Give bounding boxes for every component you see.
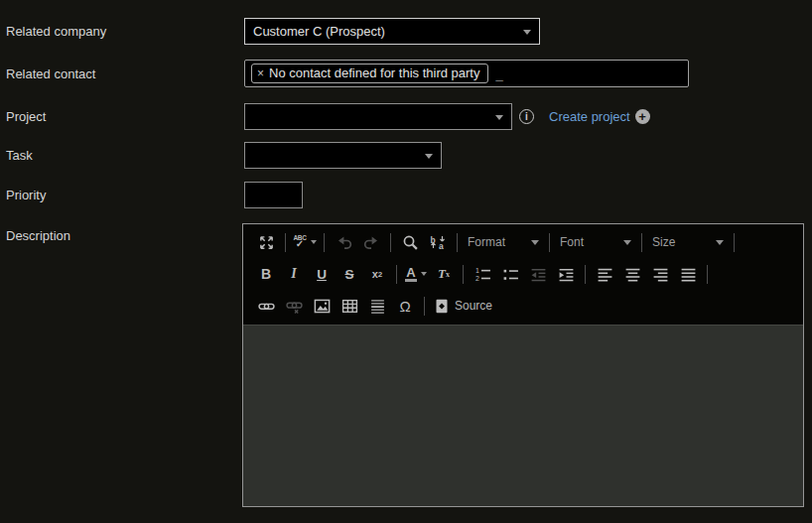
justify-icon[interactable] (675, 262, 701, 286)
toolbar-separator (390, 233, 391, 252)
related-company-value: Customer C (Prospect) (253, 24, 517, 39)
format-dropdown-label: Format (468, 235, 505, 249)
strikethrough-icon[interactable]: S (337, 262, 362, 286)
task-select[interactable] (244, 142, 442, 169)
remove-token-icon[interactable]: × (257, 67, 264, 79)
toolbar-separator (641, 233, 642, 252)
editor-toolbar: ABC ✓ (243, 224, 803, 325)
bold-icon[interactable]: B (253, 262, 279, 286)
chevron-down-icon (716, 240, 724, 245)
chevron-down-icon (311, 240, 317, 244)
toolbar-separator (285, 233, 286, 252)
unlink-icon (281, 294, 307, 318)
project-label: Project (0, 109, 244, 124)
toolbar-separator (457, 233, 458, 252)
image-icon[interactable] (309, 294, 335, 318)
contact-token: × No contact defined for this third part… (251, 64, 488, 83)
related-company-select[interactable]: Customer C (Prospect) (244, 18, 540, 45)
toolbar-separator (585, 265, 586, 284)
format-dropdown[interactable]: Format (463, 231, 544, 253)
text-cursor: _ (495, 66, 502, 81)
source-button[interactable]: Source (431, 294, 495, 318)
remove-format-icon[interactable]: Tx (431, 262, 457, 286)
svg-text:2: 2 (475, 275, 479, 282)
horizontal-rule-icon[interactable] (364, 294, 390, 318)
chevron-down-icon (425, 154, 433, 159)
maximize-icon[interactable] (253, 230, 279, 254)
font-dropdown-label: Font (560, 235, 584, 249)
link-icon[interactable] (253, 294, 279, 318)
chevron-down-icon (623, 240, 631, 245)
row-priority: Priority (0, 182, 812, 208)
redo-icon (358, 230, 384, 254)
toolbar-row-1: ABC ✓ (252, 226, 795, 258)
numbered-list-icon[interactable]: 1 2 (470, 262, 495, 286)
create-project-link[interactable]: Create project (549, 109, 630, 124)
related-company-label: Related company (0, 24, 244, 39)
italic-icon[interactable]: I (281, 262, 307, 286)
chevron-down-icon (495, 115, 503, 120)
event-form: Related company Customer C (Prospect) Re… (0, 0, 812, 507)
align-left-icon[interactable] (592, 262, 617, 286)
toolbar-separator (324, 233, 325, 252)
toolbar-separator (424, 297, 425, 316)
toolbar-separator (463, 265, 464, 284)
toolbar-separator (549, 233, 550, 252)
rich-text-editor: ABC ✓ (242, 223, 804, 507)
find-icon[interactable] (397, 230, 423, 254)
spellcheck-check-glyph: ✓ (296, 239, 304, 249)
task-label: Task (0, 148, 244, 163)
toolbar-separator (734, 233, 735, 252)
chevron-down-icon (421, 272, 427, 276)
indent-icon[interactable] (553, 262, 579, 286)
row-task: Task (0, 142, 812, 169)
table-icon[interactable] (337, 294, 362, 318)
related-contact-multiselect[interactable]: × No contact defined for this third part… (244, 60, 689, 87)
project-select[interactable] (244, 103, 512, 130)
chevron-down-icon (531, 240, 539, 245)
row-description: Description ABC (0, 223, 812, 507)
superscript-icon[interactable]: x2 (364, 262, 390, 286)
replace-icon[interactable]: b a (425, 230, 451, 254)
priority-input[interactable] (244, 182, 303, 208)
contact-token-text: No contact defined for this third party (269, 65, 479, 80)
size-dropdown[interactable]: Size (647, 231, 729, 253)
row-related-company: Related company Customer C (Prospect) (0, 18, 812, 45)
outdent-icon (525, 262, 551, 286)
row-project: Project i Create project + (0, 103, 812, 130)
text-color-icon[interactable]: A (403, 262, 429, 286)
size-dropdown-label: Size (652, 235, 675, 249)
editor-content-area[interactable] (243, 325, 803, 506)
add-plus-icon[interactable]: + (635, 109, 650, 124)
chevron-down-icon (523, 30, 531, 35)
spellcheck-icon[interactable]: ABC ✓ (292, 230, 318, 254)
row-related-contact: Related contact × No contact defined for… (0, 60, 812, 87)
underline-icon[interactable]: U (309, 262, 335, 286)
toolbar-separator (707, 265, 708, 284)
undo-icon (331, 230, 356, 254)
bulleted-list-icon[interactable] (497, 262, 523, 286)
info-icon[interactable]: i (519, 109, 534, 124)
toolbar-separator (396, 265, 397, 284)
event-form-page: Related company Customer C (Prospect) Re… (0, 0, 812, 523)
description-label: Description (0, 223, 244, 243)
align-right-icon[interactable] (647, 262, 673, 286)
svg-text:1: 1 (475, 267, 479, 274)
toolbar-row-2: B I U S x2 A Tx (252, 258, 795, 290)
toolbar-row-3: Ω Source (252, 290, 795, 322)
source-icon (434, 298, 450, 315)
align-center-icon[interactable] (619, 262, 645, 286)
source-label: Source (455, 299, 492, 313)
priority-label: Priority (0, 188, 244, 202)
font-dropdown[interactable]: Font (555, 231, 636, 253)
related-contact-label: Related contact (0, 66, 244, 81)
svg-text:a: a (439, 241, 444, 250)
special-character-icon[interactable]: Ω (392, 294, 418, 318)
